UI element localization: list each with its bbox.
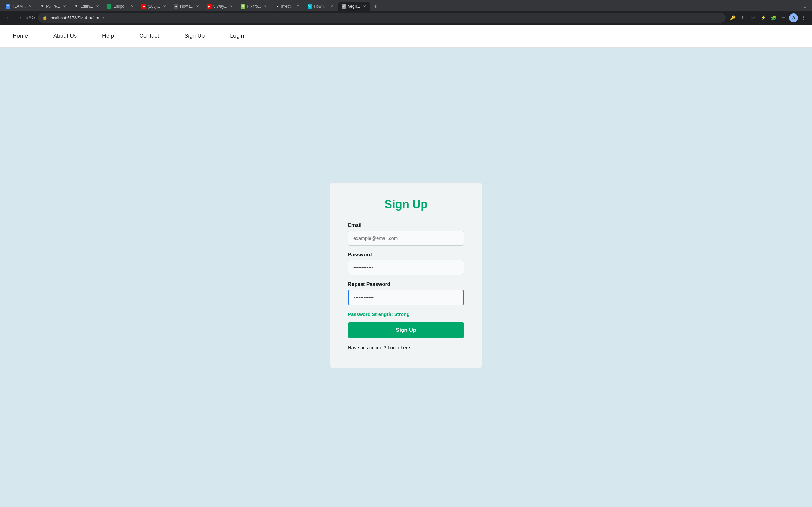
nav-link-home[interactable]: Home	[13, 33, 28, 39]
email-input[interactable]	[348, 231, 464, 245]
tab-1-title: TEAM...	[12, 4, 26, 9]
tab-7-close[interactable]: ✕	[229, 4, 234, 9]
tab-4-title: Endpo...	[113, 4, 128, 9]
email-label: Email	[348, 222, 464, 228]
tab-6[interactable]: ● How t... ✕	[171, 2, 203, 11]
nav-item-contact: Contact	[139, 33, 159, 39]
address-text: localhost:5173/SignUp/farmer	[50, 15, 721, 20]
address-bar[interactable]: 🔒 localhost:5173/SignUp/farmer	[38, 13, 726, 23]
login-here-link[interactable]: Have an account? Login here	[348, 345, 410, 350]
tab-10-favicon: W	[308, 4, 312, 9]
main-content: Sign Up Email Password Repeat Password P…	[0, 48, 812, 503]
nav-item-help: Help	[102, 33, 114, 39]
tab-4-close[interactable]: ✕	[130, 4, 135, 9]
bookmark-icon[interactable]: ☆	[749, 13, 757, 22]
tab-11[interactable]: V Vegili... ✕	[339, 2, 370, 11]
tab-6-favicon: ●	[174, 4, 178, 9]
tab-3-favicon: G	[74, 4, 78, 9]
tab-11-close[interactable]: ✕	[362, 4, 367, 9]
tab-2-title: Pull re...	[46, 4, 60, 9]
lock-icon: 🔒	[43, 15, 47, 20]
tab-2[interactable]: G Pull re... ✕	[37, 2, 70, 11]
main-nav: Home About Us Help Contact Sign Up Login	[0, 25, 812, 48]
repeat-password-group: Repeat Password	[348, 281, 464, 305]
tab-4-favicon: +	[107, 4, 111, 9]
tab-5-close[interactable]: ✕	[162, 4, 167, 9]
nav-link-login[interactable]: Login	[230, 33, 244, 39]
tab-1[interactable]: T TEAM... ✕	[3, 2, 36, 11]
extension-icon[interactable]: ⚡	[759, 13, 768, 22]
tab-5-title: (160)...	[148, 4, 160, 9]
tab-list-button[interactable]: ⌄	[801, 2, 809, 11]
tab-9[interactable]: ▲ infect... ✕	[272, 2, 304, 11]
nav-link-help[interactable]: Help	[102, 33, 114, 39]
tab-9-close[interactable]: ✕	[296, 4, 301, 9]
tab-7-favicon: ▶	[207, 4, 212, 9]
repeat-password-input[interactable]	[348, 290, 464, 305]
toolbar-icons: 🔑 ⬆ ☆ ⚡ 🧩 ▭ A ⋮	[728, 13, 808, 22]
email-group: Email	[348, 222, 464, 245]
tab-9-title: infect...	[281, 4, 294, 9]
login-link: Have an account? Login here	[348, 345, 464, 350]
tab-1-favicon: T	[6, 4, 10, 9]
page-content: Home About Us Help Contact Sign Up Login…	[0, 25, 812, 503]
puzzle-icon[interactable]: 🧩	[769, 13, 778, 22]
tab-5-favicon: ▶	[142, 4, 146, 9]
tab-8-title: Fix fro...	[247, 4, 261, 9]
nav-item-login: Login	[230, 33, 244, 39]
repeat-password-label: Repeat Password	[348, 281, 464, 287]
signup-button[interactable]: Sign Up	[348, 322, 464, 338]
tab-4[interactable]: + Endpo... ✕	[104, 2, 138, 11]
password-label: Password	[348, 252, 464, 258]
nav-link-signup[interactable]: Sign Up	[184, 33, 205, 39]
share-icon[interactable]: ⬆	[739, 13, 747, 22]
new-tab-button[interactable]: +	[371, 2, 380, 11]
address-bar-row: ← → &#↻; 🔒 localhost:5173/SignUp/farmer …	[0, 11, 812, 25]
key-icon[interactable]: 🔑	[728, 13, 737, 22]
nav-item-home: Home	[13, 33, 28, 39]
tab-10-title: How T...	[314, 4, 328, 9]
tab-6-close[interactable]: ✕	[195, 4, 200, 9]
tab-6-title: How t...	[180, 4, 193, 9]
tab-5[interactable]: ▶ (160)... ✕	[138, 2, 170, 11]
menu-button[interactable]: ⋮	[799, 13, 808, 22]
password-group: Password	[348, 252, 464, 275]
nav-link-contact[interactable]: Contact	[139, 33, 159, 39]
browser-chrome: T TEAM... ✕ G Pull re... ✕ G Editin... ✕…	[0, 0, 812, 25]
tab-3-title: Editin...	[80, 4, 93, 9]
tab-3-close[interactable]: ✕	[95, 4, 100, 9]
tab-2-close[interactable]: ✕	[62, 4, 67, 9]
tab-7[interactable]: ▶ 5 Way... ✕	[204, 2, 237, 11]
back-button[interactable]: ←	[4, 13, 13, 22]
tab-8-close[interactable]: ✕	[263, 4, 268, 9]
tab-8-favicon: F	[241, 4, 245, 9]
signup-card: Sign Up Email Password Repeat Password P…	[330, 182, 482, 368]
nav-item-about: About Us	[53, 33, 77, 39]
signup-title: Sign Up	[348, 198, 464, 211]
password-input[interactable]	[348, 260, 464, 275]
tab-3[interactable]: G Editin... ✕	[71, 2, 103, 11]
tab-10-close[interactable]: ✕	[329, 4, 335, 9]
forward-button[interactable]: →	[15, 13, 24, 22]
tab-9-favicon: ▲	[275, 4, 280, 9]
password-strength-label: Password Strength: Strong	[348, 312, 464, 317]
tab-11-title: Vegili...	[348, 4, 360, 9]
nav-list: Home About Us Help Contact Sign Up Login	[13, 33, 799, 39]
tab-8[interactable]: F Fix fro... ✕	[238, 2, 271, 11]
sidebar-icon[interactable]: ▭	[779, 13, 788, 22]
nav-link-about[interactable]: About Us	[53, 33, 77, 39]
reload-button[interactable]: &#↻;	[27, 13, 36, 22]
tab-2-favicon: G	[40, 4, 44, 9]
tab-bar: T TEAM... ✕ G Pull re... ✕ G Editin... ✕…	[0, 0, 812, 11]
tab-11-favicon: V	[342, 4, 346, 9]
tab-7-title: 5 Way...	[213, 4, 227, 9]
nav-item-signup: Sign Up	[184, 33, 205, 39]
profile-button[interactable]: A	[789, 13, 798, 22]
tab-1-close[interactable]: ✕	[28, 4, 33, 9]
tab-10[interactable]: W How T... ✕	[305, 2, 338, 11]
